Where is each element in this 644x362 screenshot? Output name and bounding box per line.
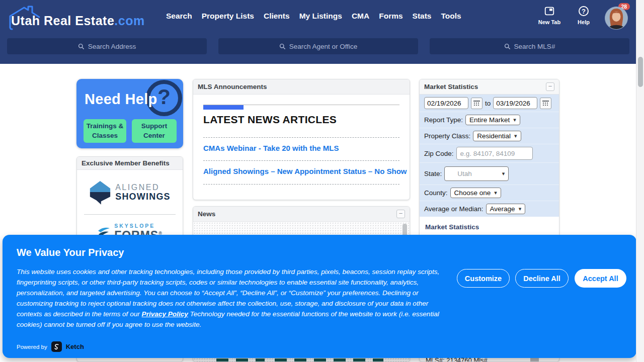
nav-tools[interactable]: Tools (441, 12, 461, 21)
state-row: State: Utah (420, 163, 559, 185)
search-icon (504, 43, 511, 50)
need-help-title: Need Help (85, 91, 157, 108)
property-class-label: Property Class: (424, 132, 470, 140)
news-articles-headline: LATEST NEWS ARTICLES (203, 114, 337, 126)
ketch-icon (51, 341, 62, 352)
property-class-row: Property Class: Residential (420, 128, 559, 144)
collapse-icon[interactable]: − (546, 82, 554, 91)
average-median-row: Average or Median: Average (420, 201, 559, 217)
report-type-label: Report Type: (424, 116, 463, 124)
state-label: State: (424, 170, 442, 177)
county-row: County: Choose one (420, 185, 559, 201)
member-benefits-header: Exclusive Member Benefits (77, 157, 183, 170)
nav-property-lists[interactable]: Property Lists (202, 12, 254, 21)
collapse-icon[interactable]: − (396, 210, 405, 218)
cookie-banner-text: This website uses cookies and other trac… (17, 266, 445, 330)
search-mls-input[interactable]: Search MLS# (430, 38, 629, 54)
decline-all-button[interactable]: Decline All (515, 269, 569, 288)
new-tab-button[interactable]: New Tab (536, 5, 562, 25)
privacy-policy-link[interactable]: Privacy Policy (142, 310, 188, 318)
calendar-icon[interactable] (540, 98, 551, 109)
nav-clients[interactable]: Clients (264, 12, 290, 21)
top-header: Utah Real Estate.com Search Property Lis… (0, 0, 644, 64)
new-tab-icon (544, 5, 555, 17)
clipped-content-strip (0, 358, 644, 362)
to-label: to (485, 100, 491, 107)
need-help-card: Need Help ? Trainings & Classes Support … (76, 79, 183, 148)
search-address-input[interactable]: Search Address (7, 38, 207, 54)
average-median-select[interactable]: Average (486, 204, 526, 214)
avatar-image (605, 7, 627, 29)
nav-cma[interactable]: CMA (352, 12, 369, 21)
powered-by-ketch[interactable]: Powered by Ketch (17, 341, 84, 352)
cookie-consent-banner: We Value Your Privacy This website uses … (3, 235, 636, 358)
news-header: News − (193, 207, 410, 222)
accept-all-button[interactable]: Accept All (575, 269, 626, 288)
nav-my-listings[interactable]: My Listings (299, 12, 342, 21)
dashed-divider (203, 137, 399, 138)
help-icon: ? (579, 5, 589, 17)
aligned-showings-icon (89, 180, 111, 205)
progress-bar (203, 105, 244, 110)
report-type-row: Report Type: Entire Market (420, 112, 559, 128)
page-scrollbar-track[interactable] (636, 0, 644, 362)
support-center-button[interactable]: Support Center (132, 119, 177, 143)
help-button[interactable]: ? Help (571, 5, 597, 25)
aligned-showings-logo[interactable]: ALIGNED SHOWINGS (77, 180, 183, 205)
search-agent-office-input[interactable]: Search Agent or Office (218, 38, 418, 54)
user-avatar[interactable] (605, 7, 628, 30)
search-icon (78, 43, 85, 50)
date-range-row: to (420, 95, 559, 112)
benefits-divider (84, 214, 176, 215)
dashed-divider (203, 184, 399, 185)
customize-button[interactable]: Customize (457, 269, 510, 288)
nav-search[interactable]: Search (166, 12, 192, 21)
results-section-title: Market Statistics (420, 217, 559, 234)
market-statistics-form: to Report Type: Entire Market Property C… (420, 95, 559, 217)
state-select[interactable]: Utah (444, 166, 509, 181)
calendar-icon[interactable] (471, 98, 482, 109)
article-link[interactable]: Aligned Showings – New Appointment Statu… (203, 167, 407, 175)
property-class-select[interactable]: Residential (473, 131, 521, 141)
date-from-input[interactable] (424, 97, 468, 109)
report-type-select[interactable]: Entire Market (465, 115, 520, 125)
nav-stats[interactable]: Stats (413, 12, 432, 21)
main-nav: Search Property Lists Clients My Listing… (166, 0, 461, 32)
search-icon (279, 43, 286, 50)
logo-text: Utah Real Estate.com (11, 15, 145, 30)
trainings-classes-button[interactable]: Trainings & Classes (84, 119, 126, 143)
county-label: County: (424, 189, 448, 197)
dashed-divider (203, 160, 399, 161)
market-statistics-header: Market Statistics − (420, 79, 559, 95)
page-scrollbar-thumb[interactable] (638, 57, 643, 87)
zip-code-input[interactable] (456, 147, 533, 160)
mls-announcements-panel: MLS Announcements LATEST NEWS ARTICLES C… (193, 79, 410, 200)
county-select[interactable]: Choose one (450, 188, 501, 198)
average-median-label: Average or Median: (424, 205, 484, 213)
nav-forms[interactable]: Forms (379, 12, 403, 21)
article-link[interactable]: CMAs Webinar - Take 20 with the MLS (203, 144, 339, 152)
date-to-input[interactable] (493, 97, 537, 109)
zip-code-label: Zip Code: (424, 150, 454, 157)
mls-announcements-header: MLS Announcements (193, 79, 410, 95)
site-logo[interactable]: Utah Real Estate.com (7, 4, 145, 30)
zip-code-row: Zip Code: (420, 144, 559, 163)
cookie-banner-title: We Value Your Privacy (17, 247, 124, 258)
